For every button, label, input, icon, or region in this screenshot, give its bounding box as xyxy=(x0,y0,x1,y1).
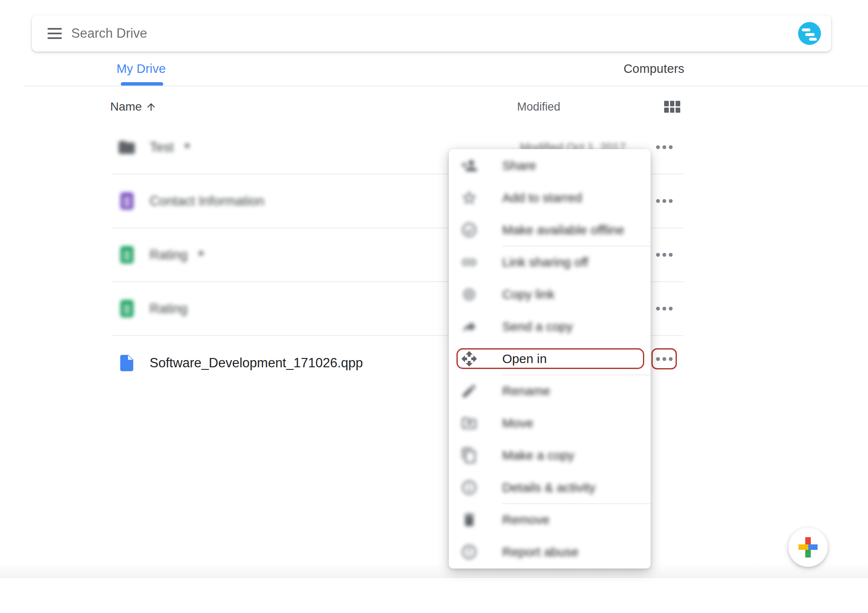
file-icon xyxy=(117,353,137,373)
menu-item-label: Details & activity xyxy=(502,480,595,495)
info-icon xyxy=(461,479,478,496)
menu-item-make-a-copy[interactable]: Make a copy xyxy=(449,439,651,472)
link-off-icon xyxy=(461,254,478,271)
menu-item-copy-link[interactable]: Copy link xyxy=(449,278,651,311)
menu-item-label: Make a copy xyxy=(502,448,574,463)
list-header: Name Modified xyxy=(0,93,868,120)
star-icon xyxy=(461,189,478,206)
menu-item-label: Report abuse xyxy=(502,545,579,559)
row-more-button[interactable] xyxy=(654,299,674,319)
menu-item-rename[interactable]: Rename xyxy=(449,375,651,407)
menu-item-label: Add to starred xyxy=(502,191,582,205)
name-column-label: Name xyxy=(110,100,142,114)
menu-item-report-abuse[interactable]: Report abuse xyxy=(449,536,651,568)
sort-by-name-button[interactable]: Name xyxy=(110,100,157,114)
row-more-button[interactable] xyxy=(654,349,674,369)
row-name: Rating xyxy=(150,247,188,263)
menu-item-send-a-copy[interactable]: Send a copy xyxy=(449,311,651,343)
copy-link-icon xyxy=(461,286,478,303)
spreadsheet-icon xyxy=(117,299,137,319)
search-bar xyxy=(32,15,831,52)
row-more-button[interactable] xyxy=(654,245,674,265)
menu-item-move[interactable]: Move xyxy=(449,407,651,439)
create-new-button[interactable] xyxy=(788,527,828,567)
menu-item-label: Make available offline xyxy=(502,223,624,237)
menu-item-label: Link sharing off xyxy=(502,255,588,269)
copy-icon xyxy=(461,447,478,464)
menu-item-label: Move xyxy=(502,416,533,430)
send-copy-icon xyxy=(461,318,478,335)
person-add-icon xyxy=(461,157,478,174)
menu-item-remove[interactable]: Remove xyxy=(449,504,651,536)
folder-icon xyxy=(117,137,137,158)
spreadsheet-icon xyxy=(117,245,137,265)
account-avatar[interactable] xyxy=(798,22,821,45)
row-name: Software_Development_171026.qpp xyxy=(150,355,363,371)
menu-item-open-in[interactable]: Open in xyxy=(449,343,651,375)
menu-item-add-to-starred[interactable]: Add to starred xyxy=(449,182,651,214)
file-context-menu: Share Add to starred Make available offl… xyxy=(449,149,651,569)
trash-icon xyxy=(461,511,478,528)
menu-item-label: Open in xyxy=(502,352,547,366)
row-name: Contact Information xyxy=(150,194,264,209)
menu-item-label: Send a copy xyxy=(502,319,573,334)
move-folder-icon xyxy=(461,415,478,432)
offline-pin-icon xyxy=(461,222,478,239)
menu-item-label: Copy link xyxy=(502,287,554,302)
menu-item-label: Remove xyxy=(502,513,550,527)
open-with-icon xyxy=(461,350,478,367)
menu-item-details-activity[interactable]: Details & activity xyxy=(449,472,651,504)
starred-icon: ★ xyxy=(197,248,206,259)
row-name: Test xyxy=(150,140,174,155)
menu-item-link-sharing-off[interactable]: Link sharing off xyxy=(449,246,651,278)
menu-item-label: Rename xyxy=(502,384,550,398)
hamburger-icon[interactable] xyxy=(47,28,62,39)
menu-item-share[interactable]: Share xyxy=(449,150,651,182)
tab-my-drive[interactable]: My Drive xyxy=(101,59,181,78)
row-more-button[interactable] xyxy=(654,137,674,158)
page-bottom-shade xyxy=(0,563,868,577)
page-bottom-divider xyxy=(0,577,868,578)
modified-column-label: Modified xyxy=(517,100,560,114)
search-input[interactable] xyxy=(71,15,728,52)
starred-icon: ★ xyxy=(183,140,192,151)
arrow-up-icon xyxy=(145,101,157,113)
form-icon xyxy=(117,191,137,211)
tabs-divider xyxy=(23,86,868,86)
row-more-button[interactable] xyxy=(654,191,674,211)
drive-app-screen: My Drive Computers Name Modified Test ★ … xyxy=(0,0,868,613)
pencil-icon xyxy=(461,383,478,399)
tab-computers[interactable]: Computers xyxy=(605,59,703,78)
report-icon xyxy=(461,544,478,560)
menu-item-label: Share xyxy=(502,158,536,173)
grid-view-icon[interactable] xyxy=(664,101,680,113)
row-name: Rating xyxy=(150,301,188,316)
menu-item-make-available-offline[interactable]: Make available offline xyxy=(449,214,651,246)
